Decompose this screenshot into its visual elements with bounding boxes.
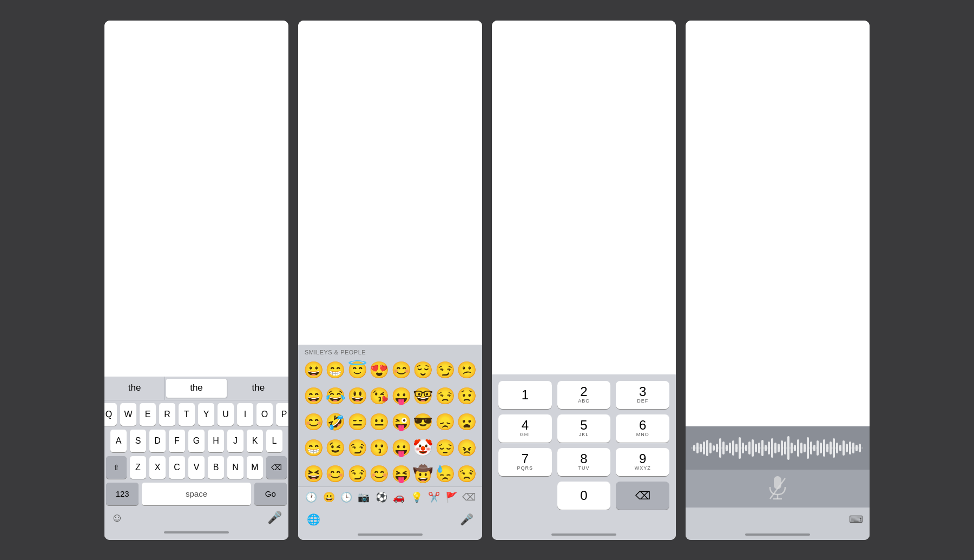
key-s[interactable]: S — [130, 430, 146, 452]
emoji-joy[interactable]: 😂 — [325, 385, 347, 407]
emoji-laughing[interactable]: 😆 — [302, 463, 325, 485]
key-p[interactable]: P — [276, 403, 288, 426]
autocorrect-item-3[interactable]: the — [228, 377, 288, 400]
emoji-angry[interactable]: 😠 — [456, 437, 478, 459]
emoji-wink-tongue[interactable]: 😜 — [390, 411, 412, 433]
emoji-worried[interactable]: 😟 — [456, 385, 478, 407]
emoji-cowboy[interactable]: 🤠 — [412, 463, 435, 485]
autocorrect-item-1[interactable]: the — [104, 377, 165, 400]
key-d[interactable]: D — [149, 430, 166, 452]
emoji-squinting[interactable]: 😝 — [390, 463, 412, 485]
cat-flags[interactable]: 🚩 — [443, 489, 459, 505]
key-shift[interactable]: ⇧ — [106, 456, 127, 479]
emoji-confused[interactable]: 😕 — [456, 359, 478, 381]
emoji-heart-eyes[interactable]: 😍 — [368, 359, 391, 381]
cat-travel[interactable]: 🚗 — [391, 489, 407, 505]
emoji-stuck[interactable]: 😛 — [390, 385, 412, 407]
emoji-blush[interactable]: 😊 — [302, 411, 325, 433]
key-space[interactable]: space — [142, 483, 251, 505]
key-l[interactable]: L — [266, 430, 282, 452]
cat-sports[interactable]: ⚽ — [373, 489, 390, 505]
emoji-sweating[interactable]: 😓 — [434, 463, 456, 485]
emoji-unamused[interactable]: 😒 — [434, 385, 456, 407]
phone-key-2[interactable]: 2 ABC — [557, 381, 611, 409]
key-r[interactable]: R — [159, 403, 175, 426]
key-n[interactable]: N — [227, 456, 244, 479]
emoji-clown[interactable]: 🤡 — [412, 437, 435, 459]
emoji-halo[interactable]: 😇 — [346, 359, 368, 381]
emoji-whistling[interactable]: 😗 — [368, 437, 391, 459]
key-z[interactable]: Z — [130, 456, 146, 479]
cat-time[interactable]: 🕒 — [338, 489, 354, 505]
phone-key-4[interactable]: 4 GHI — [498, 414, 552, 443]
emoji-happy[interactable]: 😊 — [325, 463, 347, 485]
key-o[interactable]: O — [256, 403, 273, 426]
key-go[interactable]: Go — [254, 483, 287, 505]
emoji-disappointed[interactable]: 😞 — [434, 411, 456, 433]
cat-objects[interactable]: 💡 — [409, 489, 425, 505]
emoji-grin[interactable]: 😁 — [325, 359, 347, 381]
phone-key-7[interactable]: 7 PQRS — [498, 448, 552, 476]
emoji-smirk2[interactable]: 😏 — [346, 437, 368, 459]
key-a[interactable]: A — [110, 430, 127, 452]
emoji-smirk3[interactable]: 😏 — [346, 463, 368, 485]
key-u[interactable]: U — [218, 403, 234, 426]
key-f[interactable]: F — [169, 430, 185, 452]
key-b[interactable]: B — [208, 456, 224, 479]
phone-key-3[interactable]: 3 DEF — [616, 381, 669, 409]
emoji-rofl[interactable]: 🤣 — [325, 411, 347, 433]
key-123[interactable]: 123 — [106, 483, 139, 505]
emoji-icon[interactable]: ☺ — [111, 511, 123, 525]
key-k[interactable]: K — [247, 430, 263, 452]
emoji-kissing2[interactable]: 😊 — [368, 463, 391, 485]
emoji-tongue[interactable]: 😛 — [390, 437, 412, 459]
key-w[interactable]: W — [120, 403, 136, 426]
emoji-smirk[interactable]: 😏 — [434, 359, 456, 381]
mic-icon[interactable]: 🎤 — [267, 511, 282, 525]
key-v[interactable]: V — [188, 456, 205, 479]
autocorrect-item-2[interactable]: the — [166, 379, 227, 398]
emoji-nerd[interactable]: 🤓 — [412, 385, 435, 407]
phone-key-9[interactable]: 9 WXYZ — [616, 448, 669, 476]
phone-key-backspace[interactable]: ⌫ — [616, 482, 669, 510]
emoji-unamused2[interactable]: 😒 — [456, 463, 478, 485]
emoji-wink[interactable]: 😉 — [325, 437, 347, 459]
key-backspace[interactable]: ⌫ — [266, 456, 287, 479]
mic-icon-emoji[interactable]: 🎤 — [460, 513, 473, 526]
key-e[interactable]: E — [140, 403, 156, 426]
emoji-beaming[interactable]: 😁 — [302, 437, 325, 459]
phone-key-6[interactable]: 6 MNO — [616, 414, 669, 443]
phone-key-1[interactable]: 1 — [498, 381, 552, 409]
cat-camera[interactable]: 📷 — [356, 489, 372, 505]
key-x[interactable]: X — [149, 456, 166, 479]
emoji-hushed[interactable]: 😦 — [456, 411, 478, 433]
key-g[interactable]: G — [188, 430, 205, 452]
phone-key-8[interactable]: 8 TUV — [557, 448, 611, 476]
key-h[interactable]: H — [208, 430, 224, 452]
phone-key-5[interactable]: 5 JKL — [557, 414, 611, 443]
phone-key-0[interactable]: 0 — [557, 482, 611, 510]
cat-symbols[interactable]: ✂️ — [426, 489, 442, 505]
emoji-expressionless[interactable]: 😑 — [346, 411, 368, 433]
key-m[interactable]: M — [247, 456, 263, 479]
key-y[interactable]: Y — [198, 403, 214, 426]
globe-icon[interactable]: 🌐 — [307, 513, 320, 526]
key-c[interactable]: C — [169, 456, 185, 479]
emoji-relieved[interactable]: 😌 — [412, 359, 435, 381]
emoji-smile[interactable]: 😊 — [390, 359, 412, 381]
emoji-kissing[interactable]: 😘 — [368, 385, 391, 407]
dictation-mic-area[interactable] — [686, 470, 870, 508]
emoji-laugh[interactable]: 😄 — [302, 385, 325, 407]
emoji-smiley[interactable]: 😃 — [346, 385, 368, 407]
key-i[interactable]: I — [237, 403, 253, 426]
emoji-neutral[interactable]: 😐 — [368, 411, 391, 433]
key-q[interactable]: Q — [104, 403, 117, 426]
key-t[interactable]: T — [179, 403, 195, 426]
keyboard-switch-icon[interactable]: ⌨ — [849, 513, 863, 525]
cat-delete[interactable]: ⌫ — [461, 489, 477, 505]
cat-recent[interactable]: 🕐 — [303, 489, 319, 505]
emoji-cool[interactable]: 😎 — [412, 411, 435, 433]
cat-smileys[interactable]: 😀 — [321, 489, 337, 505]
emoji-grinning[interactable]: 😀 — [302, 359, 325, 381]
key-j[interactable]: J — [227, 430, 244, 452]
